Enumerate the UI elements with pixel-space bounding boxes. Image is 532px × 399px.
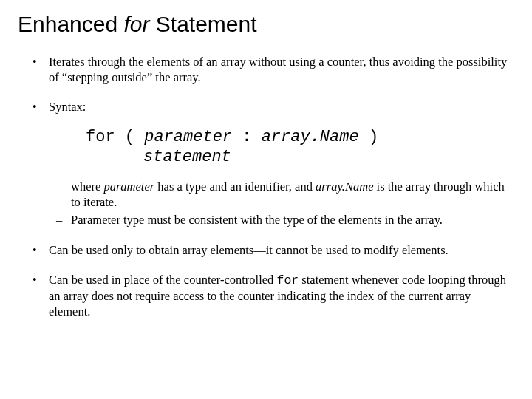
bullet-syntax: Syntax: for ( parameter : array.Name ) s… <box>49 100 510 228</box>
syntax-statement: statement <box>143 148 231 166</box>
b4-for: for <box>276 273 299 287</box>
syntax-code-block: for ( parameter : array.Name ) statement <box>86 127 510 168</box>
slide-title: Enhanced for Statement <box>18 12 510 37</box>
bullet-iterates-text: Iterates through the elements of an arra… <box>49 55 507 84</box>
sub1-mid: has a type and an identifier, and <box>154 180 316 194</box>
sub2-text: Parameter type must be consistent with t… <box>71 213 443 227</box>
syntax-arrayname: array.Name <box>262 128 359 146</box>
syntax-sep: : <box>232 128 262 146</box>
title-post: Statement <box>149 12 256 36</box>
bullet-iterates: Iterates through the elements of an arra… <box>49 55 510 85</box>
syntax-open: ( <box>115 128 145 146</box>
syntax-parameter: parameter <box>144 128 232 146</box>
syntax-close: ) <box>359 128 378 146</box>
b4-pre: Can be used in place of the counter-cont… <box>49 273 276 287</box>
bullet-syntax-label: Syntax: <box>49 100 86 114</box>
title-pre: Enhanced <box>18 12 123 36</box>
sub1-arr: array.Name <box>316 180 373 194</box>
syntax-for-keyword: for <box>86 128 115 146</box>
subbullet-where: where parameter has a type and an identi… <box>71 180 510 210</box>
sub1-pre: where <box>71 180 103 194</box>
bullet-in-place-of: Can be used in place of the counter-cont… <box>49 273 510 319</box>
title-italic: for <box>123 12 149 36</box>
bullet-obtain-only: Can be used only to obtain array element… <box>49 243 510 259</box>
sub1-param: parameter <box>103 180 154 194</box>
slide-content: Iterates through the elements of an arra… <box>22 55 510 319</box>
subbullet-paramtype: Parameter type must be consistent with t… <box>71 213 510 228</box>
bullet-obtain-text: Can be used only to obtain array element… <box>49 243 449 257</box>
